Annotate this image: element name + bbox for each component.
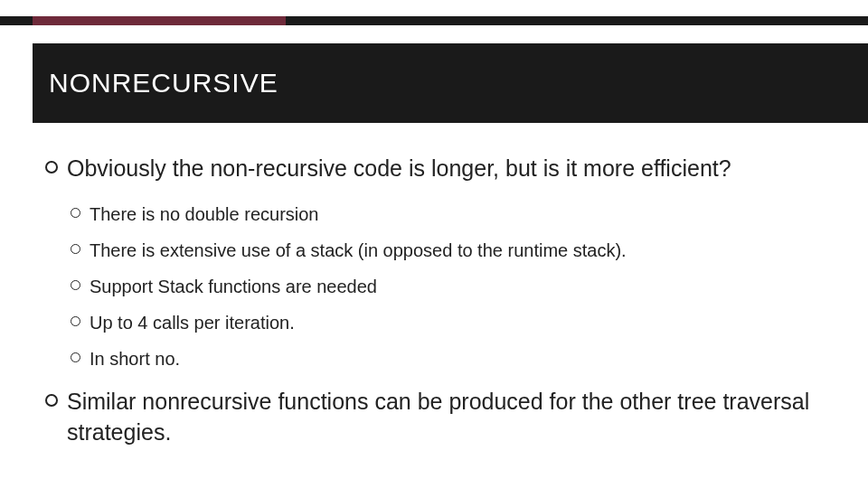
bullet-marker-icon [45, 161, 58, 174]
bullet-text: Obviously the non-recursive code is long… [67, 154, 731, 184]
bullet-marker-icon [45, 394, 58, 407]
bullet-text: There is no double recursion [90, 201, 318, 228]
slide-title: NONRECURSIVE [49, 68, 278, 99]
bullet-text: Up to 4 calls per iteration. [90, 309, 295, 336]
bullet-l2: There is no double recursion [71, 201, 832, 228]
bullet-l2: There is extensive use of a stack (in op… [71, 237, 832, 264]
accent-stripe [33, 16, 286, 25]
bullet-text: In short no. [90, 345, 180, 372]
title-band: NONRECURSIVE [33, 43, 868, 123]
slide-body: Obviously the non-recursive code is long… [45, 154, 832, 456]
bullet-l1: Similar nonrecursive functions can be pr… [45, 387, 832, 448]
bullet-marker-icon [71, 208, 80, 218]
bullet-l2: Up to 4 calls per iteration. [71, 309, 832, 336]
bullet-text: Support Stack functions are needed [90, 273, 377, 300]
bullet-l2: Support Stack functions are needed [71, 273, 832, 300]
bullet-text: There is extensive use of a stack (in op… [90, 237, 627, 264]
bullet-marker-icon [71, 316, 80, 326]
bullet-marker-icon [71, 244, 80, 254]
bullet-l1: Obviously the non-recursive code is long… [45, 154, 832, 184]
bullet-text: Similar nonrecursive functions can be pr… [67, 387, 832, 448]
bullet-l2: In short no. [71, 345, 832, 372]
bullet-marker-icon [71, 280, 80, 290]
bullet-marker-icon [71, 352, 80, 362]
